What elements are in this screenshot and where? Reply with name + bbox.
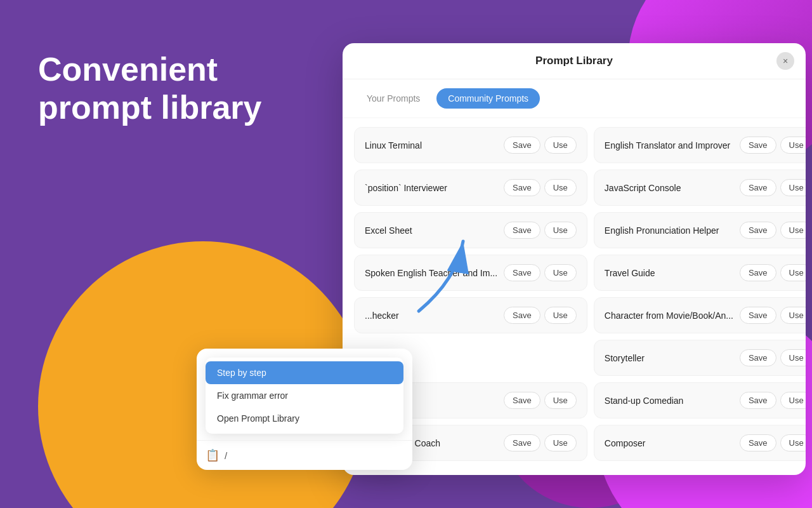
use-button[interactable]: Use — [780, 137, 806, 154]
prompt-actions: Save Use — [740, 392, 806, 409]
modal-tabs: Your Prompts Community Prompts — [343, 79, 806, 118]
save-button[interactable]: Save — [740, 222, 776, 239]
prompt-card-right-1: JavaScript Console Save Use — [594, 170, 806, 206]
prompt-actions: Save Use — [504, 222, 577, 239]
prompt-name: Linux Terminal — [365, 140, 497, 150]
main-heading: Convenient prompt library — [38, 51, 262, 127]
prompt-name: English Pronunciation Helper — [605, 225, 733, 236]
dropdown-item-step-by-step[interactable]: Step by step — [206, 361, 403, 384]
prompt-card-right-7: Composer Save Use — [594, 425, 806, 461]
heading-line2: prompt library — [38, 89, 262, 126]
prompt-grid: Linux Terminal Save Use English Translat… — [354, 127, 794, 461]
use-button[interactable]: Use — [544, 307, 577, 324]
use-button[interactable]: Use — [780, 434, 806, 451]
modal-title: Prompt Library — [535, 55, 613, 67]
prompt-actions: Save Use — [504, 434, 577, 451]
chat-input-row: 📋 / — [197, 440, 412, 470]
prompt-name: Spoken English Teacher and Im... — [365, 268, 497, 278]
prompt-name: JavaScript Console — [605, 183, 733, 193]
prompt-name: Travel Guide — [605, 268, 733, 278]
prompt-actions: Save Use — [504, 307, 577, 324]
use-button[interactable]: Use — [544, 434, 577, 451]
prompt-card-left-0: Linux Terminal Save Use — [354, 127, 587, 163]
save-button[interactable]: Save — [504, 307, 540, 324]
use-button[interactable]: Use — [780, 349, 806, 366]
save-button[interactable]: Save — [740, 307, 776, 324]
prompt-actions: Save Use — [504, 137, 577, 154]
use-button[interactable]: Use — [544, 179, 577, 196]
use-button[interactable]: Use — [544, 222, 577, 239]
save-button[interactable]: Save — [504, 392, 540, 409]
left-panel: Convenient prompt library — [38, 51, 262, 127]
prompt-name: Character from Movie/Book/An... — [605, 311, 733, 321]
chat-widget-inner: Step by step Fix grammar error Open Prom… — [197, 358, 412, 470]
dropdown-item-fix-grammar[interactable]: Fix grammar error — [206, 384, 403, 407]
chat-widget: Step by step Fix grammar error Open Prom… — [197, 349, 412, 470]
prompt-name: ...hecker — [365, 311, 497, 321]
prompt-actions: Save Use — [504, 392, 577, 409]
prompt-card-right-5: Storyteller Save Use — [594, 340, 806, 376]
dropdown-item-open-prompt-library[interactable]: Open Prompt Library — [206, 407, 403, 430]
save-button[interactable]: Save — [740, 434, 776, 451]
modal-close-button[interactable]: × — [776, 52, 794, 70]
prompt-name: English Translator and Improver — [605, 140, 733, 150]
save-button[interactable]: Save — [740, 392, 776, 409]
prompt-name: `position` Interviewer — [365, 183, 497, 193]
tab-your-prompts[interactable]: Your Prompts — [355, 88, 431, 109]
prompt-card-right-0: English Translator and Improver Save Use — [594, 127, 806, 163]
prompt-card-left-2: Excel Sheet Save Use — [354, 212, 587, 248]
prompt-actions: Save Use — [740, 264, 806, 281]
prompt-library-icon: 📋 — [206, 448, 219, 462]
modal-header: Prompt Library × — [343, 43, 806, 79]
use-button[interactable]: Use — [780, 179, 806, 196]
prompt-card-right-4: Character from Movie/Book/An... Save Use — [594, 297, 806, 333]
prompt-actions: Save Use — [740, 179, 806, 196]
heading-line1: Convenient — [38, 51, 218, 88]
use-button[interactable]: Use — [544, 392, 577, 409]
use-button[interactable]: Use — [544, 264, 577, 281]
save-button[interactable]: Save — [740, 137, 776, 154]
save-button[interactable]: Save — [504, 179, 540, 196]
prompt-card-right-3: Travel Guide Save Use — [594, 255, 806, 291]
use-button[interactable]: Use — [780, 392, 806, 409]
prompt-name: Composer — [605, 438, 733, 448]
save-button[interactable]: Save — [740, 179, 776, 196]
save-button[interactable]: Save — [740, 264, 776, 281]
prompt-card-right-6: Stand-up Comedian Save Use — [594, 382, 806, 418]
prompt-actions: Save Use — [740, 307, 806, 324]
prompt-actions: Save Use — [740, 349, 806, 366]
prompt-actions: Save Use — [740, 137, 806, 154]
save-button[interactable]: Save — [504, 222, 540, 239]
save-button[interactable]: Save — [504, 434, 540, 451]
prompt-card-left-4: ...hecker Save Use — [354, 297, 587, 333]
prompt-actions: Save Use — [740, 222, 806, 239]
save-button[interactable]: Save — [504, 264, 540, 281]
prompt-card-right-2: English Pronunciation Helper Save Use — [594, 212, 806, 248]
use-button[interactable]: Use — [544, 137, 577, 154]
save-button[interactable]: Save — [504, 137, 540, 154]
prompt-name: Storyteller — [605, 353, 733, 363]
prompt-actions: Save Use — [504, 264, 577, 281]
tab-community-prompts[interactable]: Community Prompts — [436, 88, 540, 109]
use-button[interactable]: Use — [780, 222, 806, 239]
prompt-actions: Save Use — [504, 179, 577, 196]
use-button[interactable]: Use — [780, 307, 806, 324]
prompt-name: Excel Sheet — [365, 225, 497, 236]
dropdown-menu: Step by step Fix grammar error Open Prom… — [206, 358, 403, 434]
prompt-card-left-1: `position` Interviewer Save Use — [354, 170, 587, 206]
save-button[interactable]: Save — [740, 349, 776, 366]
prompt-card-left-3: Spoken English Teacher and Im... Save Us… — [354, 255, 587, 291]
use-button[interactable]: Use — [780, 264, 806, 281]
prompt-actions: Save Use — [740, 434, 806, 451]
prompt-name: Stand-up Comedian — [605, 396, 733, 406]
chat-input-slash: / — [225, 450, 227, 461]
